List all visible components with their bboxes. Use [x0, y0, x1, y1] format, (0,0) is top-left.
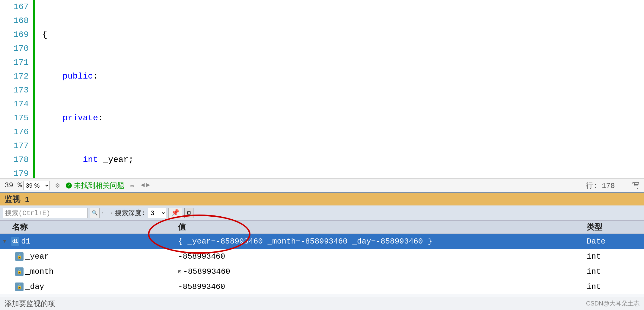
tab-button[interactable]: ⊞: [184, 208, 193, 218]
row-type-year: int: [584, 252, 644, 261]
row-value-month: ⊡ -858993460: [175, 267, 584, 276]
status-right: 行: 178 写: [586, 181, 639, 190]
status-ok-text: 未找到相关问题: [74, 181, 124, 190]
nav-back-forward[interactable]: ← →: [102, 209, 113, 217]
row-name-day: 🔒 _day: [0, 282, 175, 291]
line-num-167: 167: [0, 0, 29, 14]
col-header-value: 值: [175, 222, 584, 232]
line-numbers: 167 168 169 170 171 172 173 174 175 176 …: [0, 0, 33, 178]
editor-area: 167 168 169 170 171 172 173 174 175 176 …: [0, 0, 644, 192]
code-gutter: [33, 0, 39, 178]
var-icon-month: 🔒: [15, 267, 24, 276]
var-name-d1: d1: [21, 237, 30, 246]
var-name-day: _day: [25, 282, 44, 291]
code-line-167: {: [42, 28, 644, 42]
line-num-168: 168: [0, 14, 29, 28]
line-num-173: 173: [0, 83, 29, 97]
watch-table: 名称 值 类型 ▼ d1 d1 { _year=-858993460 _mont…: [0, 221, 644, 310]
ref-icon: ⊡: [178, 268, 181, 275]
code-line-168: public:: [42, 69, 644, 83]
var-name-year: _year: [25, 252, 49, 261]
search-box[interactable]: 搜索(Ctrl+E): [3, 208, 88, 218]
watch-row-year[interactable]: 🔒 _year -858993460 int: [0, 249, 644, 264]
watch-row-day[interactable]: 🔒 _day -858993460 int: [0, 279, 644, 294]
watch-rows: ▼ d1 d1 { _year=-858993460 _month=-85899…: [0, 234, 644, 297]
line-num-169: 169: [0, 28, 29, 42]
row-value-day: -858993460: [175, 282, 584, 291]
row-name-d1: ▼ d1 d1: [0, 237, 175, 246]
row-name-month: 🔒 _month: [0, 267, 175, 276]
line-num-176: 176: [0, 125, 29, 139]
line-num-171: 171: [0, 56, 29, 69]
row-value-year: -858993460: [175, 252, 584, 261]
zoom-control[interactable]: 39 % 39 % 50 % 75 % 100 %: [5, 181, 49, 190]
code-line-170: int _year;: [42, 153, 644, 167]
depth-label: 搜索深度:: [115, 208, 145, 218]
row-type-month: int: [584, 267, 644, 276]
line-num-172: 172: [0, 69, 29, 83]
watch-row-d1[interactable]: ▼ d1 d1 { _year=-858993460 _month=-85899…: [0, 234, 644, 249]
line-num-175: 175: [0, 111, 29, 125]
back-icon[interactable]: ←: [102, 209, 106, 217]
var-icon-d1: d1: [11, 237, 19, 246]
search-button[interactable]: 🔍: [90, 208, 100, 218]
scroll-arrows[interactable]: ◄ ►: [141, 182, 150, 189]
col-header-name: 名称: [0, 222, 175, 232]
row-type-d1: Date: [584, 237, 644, 246]
row-type-day: int: [584, 282, 644, 291]
row-name-year: 🔒 _year: [0, 252, 175, 261]
line-num-174: 174: [0, 97, 29, 111]
status-ok: ✓ 未找到相关问题: [66, 181, 124, 190]
var-icon-year: 🔒: [15, 252, 24, 261]
green-bar: [33, 0, 35, 178]
check-icon: ✓: [66, 182, 72, 189]
gear-icon: ⚙: [56, 181, 60, 190]
watch-row-month[interactable]: 🔒 _month ⊡ -858993460 int: [0, 264, 644, 279]
zoom-select[interactable]: 39 % 50 % 75 % 100 %: [23, 181, 49, 190]
line-num-179: 179: [0, 167, 29, 178]
var-icon-day: 🔒: [15, 283, 24, 291]
row-label: 行: 178: [586, 182, 615, 190]
forward-icon[interactable]: →: [108, 209, 112, 217]
col-header-type: 类型: [584, 222, 644, 232]
var-name-month: _month: [25, 267, 54, 276]
line-num-177: 177: [0, 139, 29, 153]
scroll-left-icon[interactable]: ◄: [141, 182, 145, 189]
pin-button[interactable]: 📌: [168, 208, 182, 218]
expand-icon-d1[interactable]: ▼: [3, 238, 9, 244]
code-line-169: private:: [42, 111, 644, 125]
search-placeholder: 搜索(Ctrl+E): [5, 208, 50, 218]
col-label: 写: [632, 182, 639, 190]
watch-header: 名称 值 类型: [0, 221, 644, 234]
tab-icon: ⊞: [187, 209, 191, 217]
watch-panel: 监视 1 搜索(Ctrl+E) 🔍 ← → 搜索深度: 3 1 2 4 5 📌 …: [0, 192, 644, 310]
scroll-right-icon[interactable]: ►: [146, 182, 150, 189]
watermark: CSDN@大耳朵土志: [586, 299, 639, 308]
zoom-value: 39 %: [5, 181, 22, 189]
line-num-170: 170: [0, 42, 29, 56]
watch-toolbar: 搜索(Ctrl+E) 🔍 ← → 搜索深度: 3 1 2 4 5 📌 ⊞: [0, 205, 644, 221]
pencil-icon: ✏: [130, 181, 135, 190]
add-watch-label: 添加要监视的项: [5, 299, 55, 308]
depth-select[interactable]: 3 1 2 4 5: [148, 208, 166, 218]
watch-title-bar: 监视 1: [0, 193, 644, 205]
watch-footer[interactable]: 添加要监视的项: [0, 297, 644, 310]
status-bar: 39 % 39 % 50 % 75 % 100 % ⚙ ✓ 未找到相关问题 ✏ …: [0, 178, 644, 192]
code-container: 167 168 169 170 171 172 173 174 175 176 …: [0, 0, 644, 178]
line-num-178: 178: [0, 153, 29, 167]
watch-title: 监视 1: [5, 194, 30, 205]
row-value-d1: { _year=-858993460 _month=-858993460 _da…: [175, 237, 584, 246]
code-content[interactable]: { public: private: int _year; int _month…: [39, 0, 644, 178]
